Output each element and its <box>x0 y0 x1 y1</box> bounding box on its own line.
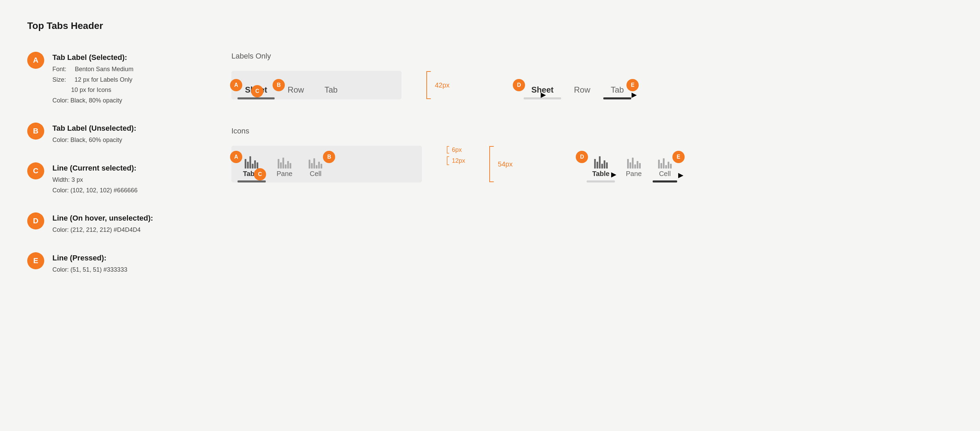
badge-a-icon: A <box>230 151 242 163</box>
tab-table-underline <box>237 180 266 182</box>
tab-sheet-underline <box>237 97 275 99</box>
demo-row-icons: A Table <box>231 146 953 182</box>
tab-tab-pressed-underline <box>603 97 632 99</box>
legend-detail-b: Color: Black, 60% opacity <box>52 135 137 145</box>
legend-item-d: D Line (On hover, unselected): Color: (2… <box>27 212 204 235</box>
icons-tabbar-wrapper: A Table <box>231 146 422 182</box>
gap-12px-label: 12px <box>452 157 465 164</box>
legend-title-a: Tab Label (Selected): <box>52 53 134 62</box>
bracket-54px-label: 54px <box>498 160 512 168</box>
badge-c-icon: C <box>254 168 266 180</box>
tab-tab-hover-label: Tab <box>611 85 624 95</box>
labels-only-tabbar-wrapper: A Sheet B Row <box>231 71 401 99</box>
badge-e-icon: E <box>672 151 685 163</box>
tab-row-hover[interactable]: Row <box>564 85 601 99</box>
pane-hover-icon <box>627 156 641 169</box>
icons-hover-tabbar: D Table <box>581 146 730 182</box>
icons-tabbar: A Table <box>231 146 422 182</box>
tab-pane[interactable]: Pane <box>269 156 301 182</box>
legend-detail-e: Color: (51, 51, 51) #333333 <box>52 265 127 275</box>
legend-item-b: B Tab Label (Unselected): Color: Black, … <box>27 123 204 145</box>
legend-title-d: Line (On hover, unselected): <box>52 214 153 223</box>
legend-item-a: A Tab Label (Selected): Font: Benton San… <box>27 52 204 105</box>
section-label-icons: Icons <box>231 127 953 136</box>
legend-text-e: Line (Pressed): Color: (51, 51, 51) #333… <box>52 252 127 275</box>
tab-table-hover-label: Table <box>592 170 609 178</box>
legend-item-c: C Line (Current selected): Width: 3 px C… <box>27 163 204 195</box>
legend-text-b: Tab Label (Unselected): Color: Black, 60… <box>52 123 137 145</box>
icons-hover-wrapper: D Table <box>581 146 730 182</box>
tab-cell-pressed-underline <box>653 180 677 182</box>
bracket-42px: 42px <box>425 71 450 99</box>
tab-pane-label: Pane <box>277 170 293 178</box>
pane-icon <box>278 156 291 169</box>
tab-row-wrapper[interactable]: B Row <box>277 85 314 99</box>
badge-e: E <box>27 252 44 269</box>
cursor-icon-d: ▶ <box>541 91 546 99</box>
table-hover-icon <box>594 156 608 169</box>
bracket-42px-label: 42px <box>435 81 450 89</box>
cell-icon <box>309 156 322 169</box>
cursor-icon-e-icons: ▶ <box>678 171 683 179</box>
bracket-54px: 54px <box>488 146 512 182</box>
demo-row-labels: A Sheet B Row <box>231 71 953 99</box>
legend-title-e: Line (Pressed): <box>52 254 127 262</box>
tab-tab-hover-wrapper[interactable]: E Tab ▶ <box>601 85 634 99</box>
tab-pane-hover-label: Pane <box>626 170 642 178</box>
badge-d: D <box>27 212 44 230</box>
legend-panel: A Tab Label (Selected): Font: Benton San… <box>27 52 204 292</box>
tab-pane-hover[interactable]: Pane <box>617 156 650 182</box>
tab-table-hover[interactable]: Table <box>584 156 617 182</box>
legend-title-b: Tab Label (Unselected): <box>52 124 137 133</box>
icon-gap-6px: 6px <box>446 146 465 154</box>
tab-cell-wrapper[interactable]: B Cell <box>301 156 331 182</box>
icon-gap-12px: 12px <box>446 156 465 166</box>
legend-text-d: Line (On hover, unselected): Color: (212… <box>52 212 153 235</box>
badge-c-tab: C <box>251 85 263 97</box>
tab-table-hover-underline <box>587 180 615 182</box>
icon-measurements: 6px 12px <box>446 146 465 166</box>
badge-b: B <box>27 123 44 140</box>
tab-tab-label: Tab <box>324 85 337 95</box>
legend-text-c: Line (Current selected): Width: 3 px Col… <box>52 163 137 195</box>
labels-only-tabbar: A Sheet B Row <box>231 71 401 99</box>
legend-text-a: Tab Label (Selected): Font: Benton Sans … <box>52 52 134 105</box>
legend-detail-a: Font: Benton Sans Medium Size: 12 px for… <box>52 64 134 105</box>
legend-title-c: Line (Current selected): <box>52 164 137 172</box>
tab-cell-hover-label: Cell <box>659 170 671 178</box>
badge-e-tab: E <box>627 79 639 91</box>
tab-row-hover-label: Row <box>574 85 590 95</box>
tab-table-hover-wrapper[interactable]: D Table <box>584 156 617 182</box>
tab-tab[interactable]: Tab <box>314 85 348 99</box>
legend-detail-c: Width: 3 px Color: (102, 102, 102) #6666… <box>52 175 137 195</box>
demo-panel: Labels Only A Sheet B <box>231 52 953 292</box>
labels-only-hover-tabbar: D Sheet Row E Tab <box>517 71 654 99</box>
tab-cell-hover-wrapper[interactable]: E Cell ▶ <box>650 156 680 182</box>
legend-item-e: E Line (Pressed): Color: (51, 51, 51) #3… <box>27 252 204 275</box>
badge-a-tab: A <box>230 79 242 91</box>
badge-a: A <box>27 52 44 69</box>
table-icon <box>245 156 258 169</box>
cursor-icon-d-icons: ▶ <box>611 170 616 179</box>
cell-hover-icon <box>658 156 672 169</box>
page-title: Top Tabs Header <box>27 21 953 31</box>
gap-6px-label: 6px <box>452 146 462 153</box>
labels-only-hover-wrapper: D Sheet Row E Tab <box>517 71 654 99</box>
section-label-labels-only: Labels Only <box>231 52 953 61</box>
legend-detail-d: Color: (212, 212, 212) #D4D4D4 <box>52 225 153 235</box>
tab-cell-label: Cell <box>310 170 321 178</box>
badge-c: C <box>27 163 44 179</box>
tab-row-label: Row <box>288 85 304 95</box>
badge-b-icon: B <box>323 151 335 163</box>
cursor-icon-e: ▶ <box>632 91 637 99</box>
